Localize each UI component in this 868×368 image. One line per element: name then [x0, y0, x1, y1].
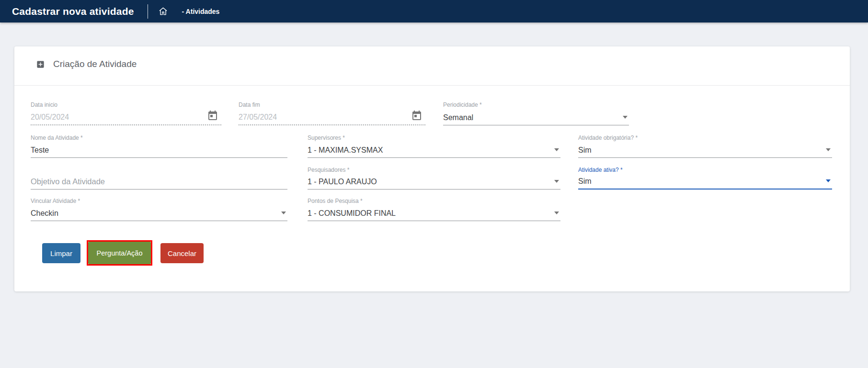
input-objetivo-da-atividade[interactable]: Objetivo da Atividade	[31, 167, 287, 190]
field-label: Vincular Atividade *	[31, 198, 80, 204]
red-highlight-box: Pergunta/Ação	[87, 240, 152, 266]
calendar-icon[interactable]	[207, 110, 218, 121]
pergunta-acao-button[interactable]: Pergunta/Ação	[88, 242, 151, 264]
select-atividade-obrigatoria[interactable]: Atividade obrigatória? * Sim	[578, 134, 832, 158]
select-vincular-atividade[interactable]: Vincular Atividade * Checkin	[31, 198, 287, 221]
top-navbar: Cadastrar nova atividade - Atividades	[0, 0, 868, 22]
home-icon[interactable]	[159, 7, 168, 16]
card-title: Criação de Atividade	[53, 59, 137, 69]
field-data-inicio[interactable]: Data inicio 20/05/2024	[31, 101, 221, 125]
activity-creation-card: Criação de Atividade Data inicio 20/05/2…	[14, 46, 850, 291]
input-nome-da-atividade[interactable]: Nome da Atividade * Teste	[31, 134, 287, 158]
field-data-fim[interactable]: Data fim 27/05/2024	[239, 101, 425, 125]
field-label: Supervisores *	[308, 134, 345, 141]
field-label: Atividade obrigatória? *	[578, 134, 638, 141]
field-value: Sim	[578, 146, 592, 155]
select-pesquisadores[interactable]: Pesquisadores * 1 - PAULO ARAUJO	[308, 167, 560, 190]
field-label: Periodicidade *	[443, 101, 482, 108]
add-box-icon	[36, 60, 45, 69]
field-value: Sim	[578, 177, 592, 186]
field-value: Checkin	[31, 209, 58, 218]
select-atividade-ativa[interactable]: Atividade ativa? * Sim	[578, 167, 832, 190]
chevron-down-icon	[554, 212, 559, 214]
field-value: 20/05/2024	[31, 113, 69, 122]
field-label: Pontos de Pesquisa *	[308, 198, 363, 204]
chevron-down-icon	[826, 148, 831, 151]
chevron-down-icon	[623, 116, 628, 119]
page-title: Cadastrar nova atividade	[12, 6, 134, 17]
limpar-button[interactable]: Limpar	[42, 243, 80, 263]
field-value: 1 - MAXIMA.SYSMAX	[308, 146, 383, 155]
header-divider	[14, 85, 850, 86]
select-periodicidade[interactable]: Periodicidade * Semanal	[443, 101, 629, 125]
field-label: Nome da Atividade *	[31, 134, 83, 141]
navbar-divider	[148, 4, 148, 19]
select-supervisores[interactable]: Supervisores * 1 - MAXIMA.SYSMAX	[308, 134, 560, 158]
field-label: Atividade ativa? *	[578, 167, 623, 173]
cancelar-button[interactable]: Cancelar	[160, 243, 204, 263]
field-value: 1 - CONSUMIDOR FINAL	[308, 209, 396, 218]
chevron-down-icon	[554, 180, 559, 183]
field-value: Teste	[31, 146, 49, 155]
field-placeholder: Objetivo da Atividade	[31, 177, 105, 186]
field-label: Data inicio	[31, 101, 57, 108]
field-value: 27/05/2024	[239, 113, 277, 122]
card-header: Criação de Atividade	[36, 59, 137, 69]
breadcrumb[interactable]: - Atividades	[182, 8, 220, 15]
field-value: Semanal	[443, 113, 473, 122]
chevron-down-icon	[281, 212, 286, 214]
calendar-icon[interactable]	[411, 110, 423, 121]
field-label: Pesquisadores *	[308, 167, 349, 173]
select-pontos-de-pesquisa[interactable]: Pontos de Pesquisa * 1 - CONSUMIDOR FINA…	[308, 198, 560, 221]
chevron-down-icon	[554, 148, 559, 151]
field-label: Data fim	[239, 101, 260, 108]
chevron-down-icon	[826, 179, 831, 182]
field-value: 1 - PAULO ARAUJO	[308, 178, 377, 186]
